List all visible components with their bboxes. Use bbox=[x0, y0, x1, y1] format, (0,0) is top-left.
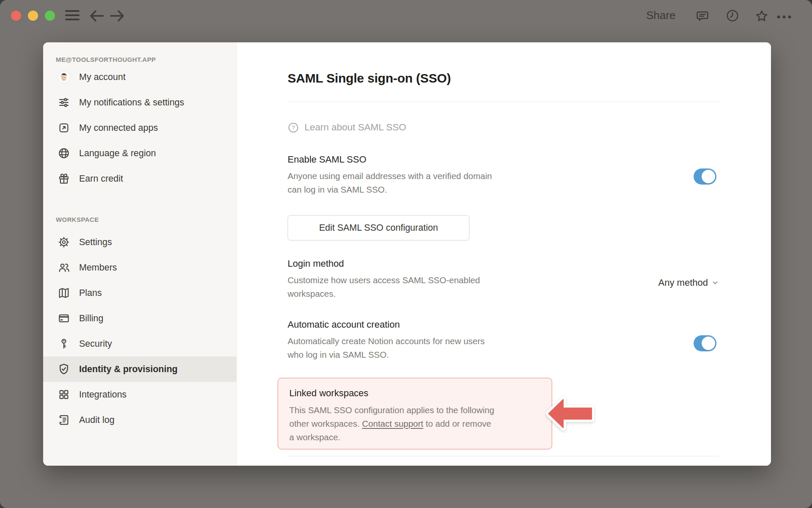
zoom-window-button[interactable] bbox=[45, 11, 55, 21]
sidebar-item-label: My connected apps bbox=[79, 123, 158, 133]
login-method-dropdown[interactable]: Any method bbox=[595, 276, 719, 290]
sidebar-item-label: Security bbox=[79, 339, 112, 349]
sidebar-item-notifications-settings[interactable]: My notifications & settings bbox=[43, 90, 236, 115]
document-lines-icon bbox=[57, 413, 71, 427]
back-arrow-icon[interactable] bbox=[89, 9, 105, 23]
credit-card-icon bbox=[57, 312, 71, 325]
sidebar-item-label: Settings bbox=[79, 237, 112, 248]
sliders-icon bbox=[57, 96, 71, 109]
clock-history-icon[interactable] bbox=[726, 9, 739, 22]
sidebar-item-label: Billing bbox=[79, 313, 103, 324]
sidebar-item-plans[interactable]: Plans bbox=[43, 280, 236, 306]
close-window-button[interactable] bbox=[11, 11, 21, 21]
enable-saml-toggle[interactable] bbox=[694, 168, 716, 185]
contact-support-link[interactable]: Contact support bbox=[362, 419, 423, 428]
sidebar-item-label: Audit log bbox=[79, 415, 115, 425]
linked-workspaces-callout: Linked workspaces This SAML SSO configur… bbox=[277, 378, 552, 450]
divider bbox=[288, 456, 719, 456]
enable-saml-description: Anyone using email addresses with a veri… bbox=[288, 169, 492, 196]
screen: Share ME@TOOLSFORTHOUGHT.APP bbox=[0, 0, 812, 508]
sidebar-item-settings[interactable]: Settings bbox=[43, 229, 236, 255]
sidebar-item-identity-provisioning[interactable]: Identity & provisioning bbox=[43, 356, 236, 382]
sidebar-item-connected-apps[interactable]: My connected apps bbox=[43, 115, 236, 141]
sidebar-item-audit-log[interactable]: Audit log bbox=[43, 407, 236, 433]
sidebar-item-language-region[interactable]: Language & region bbox=[43, 141, 236, 166]
divider bbox=[288, 102, 719, 102]
sidebar-item-members[interactable]: Members bbox=[43, 255, 236, 280]
page-title: SAML Single sign-on (SSO) bbox=[288, 71, 451, 86]
question-circle-icon: ? bbox=[288, 122, 299, 133]
edit-saml-configuration-button[interactable]: Edit SAML SSO configuration bbox=[288, 215, 469, 240]
gear-icon bbox=[57, 235, 71, 249]
linked-workspaces-heading: Linked workspaces bbox=[289, 387, 540, 400]
sidebar-item-label: My account bbox=[79, 72, 126, 83]
globe-icon bbox=[57, 146, 71, 160]
sidebar-item-my-account[interactable]: My account bbox=[43, 64, 236, 90]
learn-link-label: Learn about SAML SSO bbox=[304, 122, 406, 133]
auto-account-description: Automatically create Notion accounts for… bbox=[288, 334, 485, 362]
shield-check-icon bbox=[57, 362, 71, 376]
login-method-description: Customize how users access SAML SSO-enab… bbox=[288, 273, 480, 301]
minimize-window-button[interactable] bbox=[28, 11, 38, 21]
login-method-heading: Login method bbox=[288, 257, 344, 270]
learn-about-saml-sso-link[interactable]: ? Learn about SAML SSO bbox=[288, 121, 406, 134]
sidebar-item-integrations[interactable]: Integrations bbox=[43, 382, 236, 407]
sidebar-item-label: Integrations bbox=[79, 389, 126, 400]
star-favorite-icon[interactable] bbox=[754, 9, 769, 23]
more-options-icon[interactable] bbox=[776, 9, 793, 22]
window-titlebar: Share bbox=[0, 0, 812, 32]
svg-text:?: ? bbox=[292, 124, 295, 131]
sidebar-item-label: Identity & provisioning bbox=[79, 364, 178, 375]
key-icon bbox=[57, 337, 71, 351]
auto-account-heading: Automatic account creation bbox=[288, 318, 400, 331]
linked-workspaces-description: This SAML SSO configuration applies to t… bbox=[289, 403, 540, 444]
people-icon bbox=[57, 261, 71, 274]
sidebar-item-label: Language & region bbox=[79, 148, 156, 159]
account-section-header: ME@TOOLSFORTHOUGHT.APP bbox=[43, 55, 236, 64]
hamburger-menu-icon[interactable] bbox=[65, 10, 80, 22]
gift-icon bbox=[57, 172, 71, 185]
settings-sidebar: ME@TOOLSFORTHOUGHT.APP My account bbox=[43, 42, 237, 466]
arrow-up-right-box-icon bbox=[57, 121, 71, 135]
sidebar-item-label: Earn credit bbox=[79, 174, 123, 184]
forward-arrow-icon[interactable] bbox=[109, 9, 125, 23]
saml-sso-panel: SAML Single sign-on (SSO) ? Learn about … bbox=[237, 42, 771, 466]
sidebar-item-billing[interactable]: Billing bbox=[43, 306, 236, 331]
enable-saml-heading: Enable SAML SSO bbox=[288, 153, 366, 166]
share-button[interactable]: Share bbox=[646, 9, 675, 22]
comments-icon[interactable] bbox=[696, 9, 709, 22]
chevron-down-icon bbox=[711, 279, 719, 287]
settings-dialog: ME@TOOLSFORTHOUGHT.APP My account bbox=[43, 42, 771, 466]
avatar bbox=[57, 70, 71, 84]
auto-account-toggle[interactable] bbox=[694, 335, 716, 351]
workspace-section-header: WORKSPACE bbox=[43, 215, 236, 224]
grid-icon bbox=[57, 388, 71, 401]
sidebar-item-label: Members bbox=[79, 262, 117, 273]
map-icon bbox=[57, 286, 71, 300]
sidebar-item-label: Plans bbox=[79, 288, 102, 298]
sidebar-item-security[interactable]: Security bbox=[43, 331, 236, 356]
login-method-value: Any method bbox=[658, 276, 708, 290]
sidebar-item-earn-credit[interactable]: Earn credit bbox=[43, 166, 236, 191]
annotation-arrow-left-icon bbox=[545, 394, 595, 433]
sidebar-item-label: My notifications & settings bbox=[79, 97, 184, 108]
